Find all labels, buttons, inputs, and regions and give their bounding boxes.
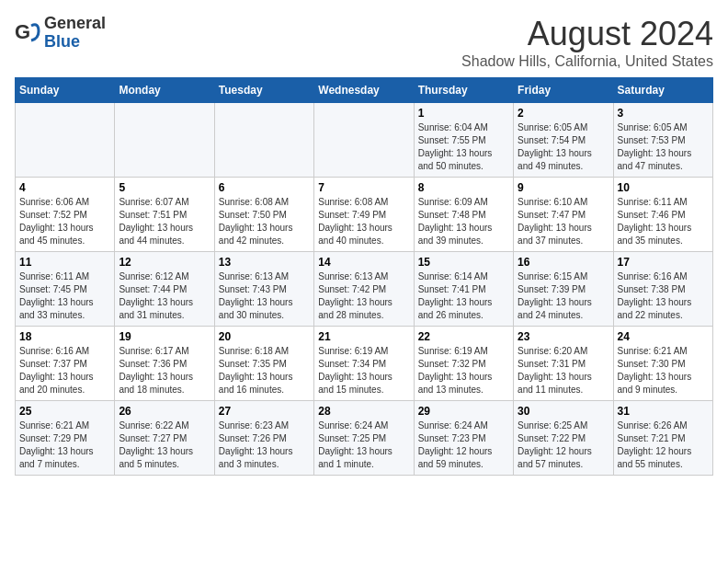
- table-row: [214, 103, 313, 178]
- day-info: Sunrise: 6:21 AM Sunset: 7:30 PM Dayligh…: [618, 345, 709, 396]
- day-number: 6: [219, 181, 310, 194]
- day-number: 31: [618, 405, 709, 418]
- day-info: Sunrise: 6:08 AM Sunset: 7:50 PM Dayligh…: [219, 196, 310, 247]
- day-info: Sunrise: 6:05 AM Sunset: 7:53 PM Dayligh…: [618, 121, 709, 173]
- table-row: 30Sunrise: 6:25 AM Sunset: 7:22 PM Dayli…: [514, 401, 613, 476]
- table-row: [115, 103, 214, 178]
- header-thursday: Thursday: [414, 78, 513, 103]
- logo-icon: G: [15, 20, 40, 46]
- table-row: 18Sunrise: 6:16 AM Sunset: 7:37 PM Dayli…: [16, 327, 115, 401]
- table-row: 27Sunrise: 6:23 AM Sunset: 7:26 PM Dayli…: [214, 401, 313, 476]
- day-number: 19: [119, 330, 210, 343]
- table-row: 9Sunrise: 6:10 AM Sunset: 7:47 PM Daylig…: [514, 178, 613, 252]
- calendar-week-row: 11Sunrise: 6:11 AM Sunset: 7:45 PM Dayli…: [16, 252, 713, 327]
- day-number: 24: [618, 330, 709, 343]
- day-number: 4: [19, 181, 110, 194]
- day-info: Sunrise: 6:19 AM Sunset: 7:32 PM Dayligh…: [418, 345, 509, 396]
- day-info: Sunrise: 6:19 AM Sunset: 7:34 PM Dayligh…: [318, 345, 409, 396]
- day-info: Sunrise: 6:25 AM Sunset: 7:22 PM Dayligh…: [518, 419, 609, 471]
- logo-text: General Blue: [44, 15, 106, 52]
- header-saturday: Saturday: [613, 78, 712, 103]
- day-number: 5: [119, 181, 210, 194]
- day-info: Sunrise: 6:21 AM Sunset: 7:29 PM Dayligh…: [19, 419, 110, 471]
- day-number: 3: [618, 107, 709, 120]
- table-row: 15Sunrise: 6:14 AM Sunset: 7:41 PM Dayli…: [414, 252, 513, 327]
- calendar-week-row: 25Sunrise: 6:21 AM Sunset: 7:29 PM Dayli…: [16, 401, 713, 476]
- day-info: Sunrise: 6:10 AM Sunset: 7:47 PM Dayligh…: [518, 196, 609, 247]
- day-number: 25: [19, 405, 110, 418]
- calendar-header-row: Sunday Monday Tuesday Wednesday Thursday…: [16, 78, 713, 103]
- day-info: Sunrise: 6:06 AM Sunset: 7:52 PM Dayligh…: [19, 196, 110, 247]
- day-info: Sunrise: 6:07 AM Sunset: 7:51 PM Dayligh…: [119, 196, 210, 247]
- day-number: 16: [518, 256, 609, 269]
- day-number: 10: [618, 181, 709, 194]
- day-number: 13: [219, 256, 310, 269]
- subtitle: Shadow Hills, California, United States: [461, 53, 713, 70]
- header-sunday: Sunday: [16, 78, 115, 103]
- table-row: 19Sunrise: 6:17 AM Sunset: 7:36 PM Dayli…: [115, 327, 214, 401]
- main-title: August 2024: [461, 15, 713, 53]
- day-info: Sunrise: 6:04 AM Sunset: 7:55 PM Dayligh…: [418, 121, 509, 173]
- day-info: Sunrise: 6:11 AM Sunset: 7:45 PM Dayligh…: [19, 270, 110, 322]
- header-tuesday: Tuesday: [214, 78, 313, 103]
- day-info: Sunrise: 6:18 AM Sunset: 7:35 PM Dayligh…: [219, 345, 310, 396]
- table-row: 17Sunrise: 6:16 AM Sunset: 7:38 PM Dayli…: [613, 252, 712, 327]
- table-row: 13Sunrise: 6:13 AM Sunset: 7:43 PM Dayli…: [214, 252, 313, 327]
- table-row: [16, 103, 115, 178]
- day-info: Sunrise: 6:26 AM Sunset: 7:21 PM Dayligh…: [618, 419, 709, 471]
- day-info: Sunrise: 6:12 AM Sunset: 7:44 PM Dayligh…: [119, 270, 210, 322]
- day-number: 22: [418, 330, 509, 343]
- day-number: 12: [119, 256, 210, 269]
- table-row: 16Sunrise: 6:15 AM Sunset: 7:39 PM Dayli…: [514, 252, 613, 327]
- table-row: 21Sunrise: 6:19 AM Sunset: 7:34 PM Dayli…: [314, 327, 414, 401]
- calendar-week-row: 18Sunrise: 6:16 AM Sunset: 7:37 PM Dayli…: [16, 327, 713, 401]
- table-row: 6Sunrise: 6:08 AM Sunset: 7:50 PM Daylig…: [214, 178, 313, 252]
- day-info: Sunrise: 6:09 AM Sunset: 7:48 PM Dayligh…: [418, 196, 509, 247]
- table-row: 28Sunrise: 6:24 AM Sunset: 7:25 PM Dayli…: [314, 401, 414, 476]
- day-info: Sunrise: 6:20 AM Sunset: 7:31 PM Dayligh…: [518, 345, 609, 396]
- table-row: 14Sunrise: 6:13 AM Sunset: 7:42 PM Dayli…: [314, 252, 414, 327]
- day-info: Sunrise: 6:24 AM Sunset: 7:23 PM Dayligh…: [418, 419, 509, 471]
- table-row: 23Sunrise: 6:20 AM Sunset: 7:31 PM Dayli…: [514, 327, 613, 401]
- day-number: 17: [618, 256, 709, 269]
- header-monday: Monday: [115, 78, 214, 103]
- day-info: Sunrise: 6:08 AM Sunset: 7:49 PM Dayligh…: [318, 196, 409, 247]
- day-info: Sunrise: 6:11 AM Sunset: 7:46 PM Dayligh…: [618, 196, 709, 247]
- page-header: G General Blue August 2024 Shadow Hills,…: [15, 15, 713, 70]
- day-number: 21: [318, 330, 409, 343]
- table-row: 7Sunrise: 6:08 AM Sunset: 7:49 PM Daylig…: [314, 178, 414, 252]
- logo-blue: Blue: [44, 32, 80, 51]
- table-row: [314, 103, 414, 178]
- day-number: 7: [318, 181, 409, 194]
- day-info: Sunrise: 6:17 AM Sunset: 7:36 PM Dayligh…: [119, 345, 210, 396]
- day-info: Sunrise: 6:13 AM Sunset: 7:43 PM Dayligh…: [219, 270, 310, 322]
- table-row: 1Sunrise: 6:04 AM Sunset: 7:55 PM Daylig…: [414, 103, 513, 178]
- table-row: 31Sunrise: 6:26 AM Sunset: 7:21 PM Dayli…: [613, 401, 712, 476]
- title-block: August 2024 Shadow Hills, California, Un…: [461, 15, 713, 70]
- logo-general: General: [44, 14, 106, 32]
- table-row: 11Sunrise: 6:11 AM Sunset: 7:45 PM Dayli…: [16, 252, 115, 327]
- day-info: Sunrise: 6:15 AM Sunset: 7:39 PM Dayligh…: [518, 270, 609, 322]
- table-row: 26Sunrise: 6:22 AM Sunset: 7:27 PM Dayli…: [115, 401, 214, 476]
- day-number: 1: [418, 107, 509, 120]
- table-row: 20Sunrise: 6:18 AM Sunset: 7:35 PM Dayli…: [214, 327, 313, 401]
- day-number: 28: [318, 405, 409, 418]
- header-wednesday: Wednesday: [314, 78, 414, 103]
- day-number: 23: [518, 330, 609, 343]
- day-number: 14: [318, 256, 409, 269]
- table-row: 22Sunrise: 6:19 AM Sunset: 7:32 PM Dayli…: [414, 327, 513, 401]
- day-info: Sunrise: 6:22 AM Sunset: 7:27 PM Dayligh…: [119, 419, 210, 471]
- table-row: 8Sunrise: 6:09 AM Sunset: 7:48 PM Daylig…: [414, 178, 513, 252]
- day-number: 27: [219, 405, 310, 418]
- day-info: Sunrise: 6:16 AM Sunset: 7:37 PM Dayligh…: [19, 345, 110, 396]
- table-row: 3Sunrise: 6:05 AM Sunset: 7:53 PM Daylig…: [613, 103, 712, 178]
- day-info: Sunrise: 6:23 AM Sunset: 7:26 PM Dayligh…: [219, 419, 310, 471]
- day-number: 29: [418, 405, 509, 418]
- calendar-week-row: 4Sunrise: 6:06 AM Sunset: 7:52 PM Daylig…: [16, 178, 713, 252]
- day-number: 2: [518, 107, 609, 120]
- day-info: Sunrise: 6:13 AM Sunset: 7:42 PM Dayligh…: [318, 270, 409, 322]
- calendar-week-row: 1Sunrise: 6:04 AM Sunset: 7:55 PM Daylig…: [16, 103, 713, 178]
- table-row: 10Sunrise: 6:11 AM Sunset: 7:46 PM Dayli…: [613, 178, 712, 252]
- table-row: 29Sunrise: 6:24 AM Sunset: 7:23 PM Dayli…: [414, 401, 513, 476]
- table-row: 4Sunrise: 6:06 AM Sunset: 7:52 PM Daylig…: [16, 178, 115, 252]
